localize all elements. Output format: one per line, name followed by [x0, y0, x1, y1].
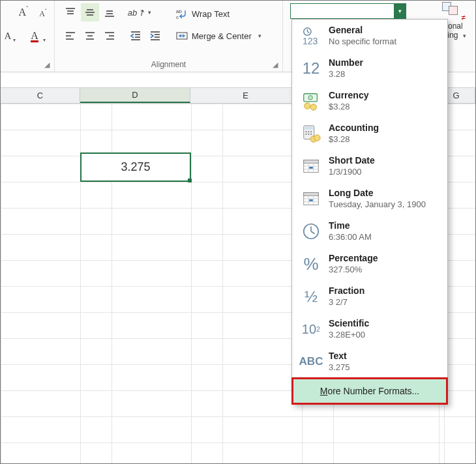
- font-color-dropdown[interactable]: ▾: [40, 31, 48, 49]
- svg-point-36: [305, 103, 310, 109]
- format-item-number[interactable]: 12 Number 3.28: [292, 52, 447, 85]
- svg-line-64: [311, 231, 315, 234]
- align-right-button[interactable]: [100, 27, 119, 45]
- svg-point-43: [305, 134, 306, 135]
- svg-rect-49: [304, 160, 319, 164]
- format-title: Short Date: [329, 155, 375, 167]
- svg-point-37: [310, 104, 316, 110]
- format-title: Number: [329, 57, 363, 69]
- svg-text:123: 123: [303, 36, 318, 46]
- format-sub: 3.275: [329, 362, 350, 373]
- ribbon-group-font: Aˆ Aˇ A ▾ A ▾ ◢: [3, 1, 55, 72]
- format-title: Fraction: [329, 285, 364, 297]
- conditional-formatting-icon: ≠: [442, 2, 463, 20]
- svg-point-40: [305, 131, 306, 132]
- format-item-long-date[interactable]: Long Date Tuesday, January 3, 1900: [292, 182, 447, 215]
- text-icon: ABC: [301, 352, 321, 371]
- increase-font-size-button[interactable]: Aˆ: [14, 3, 33, 22]
- align-left-button[interactable]: [61, 27, 80, 45]
- svg-rect-56: [304, 193, 319, 196]
- svg-rect-61: [309, 199, 313, 201]
- svg-line-32: [307, 31, 309, 33]
- ribbon-group-alignment: ab↗▾ abc Wrap Text Merge & Center ▾ Alig…: [55, 1, 283, 72]
- format-item-short-date[interactable]: Short Date 1/3/1900: [292, 150, 447, 182]
- merge-center-button[interactable]: Merge & Center ▾: [172, 27, 265, 45]
- align-bottom-button[interactable]: [100, 3, 119, 22]
- column-header-c[interactable]: C: [1, 88, 80, 103]
- align-middle-button[interactable]: [81, 3, 99, 22]
- column-header-d[interactable]: D: [80, 88, 191, 103]
- format-title: Long Date: [329, 188, 426, 199]
- decrease-font-size-button[interactable]: Aˇ: [34, 5, 52, 23]
- format-item-scientific[interactable]: 102 Scientific 3.28E+00: [292, 313, 447, 345]
- format-sub: No specific format: [329, 36, 396, 47]
- format-sub: $3.28: [329, 134, 379, 145]
- svg-text:c: c: [176, 14, 179, 20]
- more-number-formats-label: ore Number Formats...: [327, 386, 419, 396]
- scientific-icon: 102: [301, 319, 321, 339]
- format-item-time[interactable]: Time 6:36:00 AM: [292, 215, 447, 248]
- time-icon: [301, 222, 321, 241]
- format-sub: 1/3/1900: [329, 167, 375, 177]
- svg-point-42: [310, 131, 312, 132]
- format-sub: 3 2/7: [329, 297, 364, 308]
- svg-point-45: [310, 134, 312, 135]
- number-icon: 12: [301, 59, 321, 78]
- svg-rect-54: [309, 167, 313, 169]
- column-header-e[interactable]: E: [190, 88, 301, 103]
- merge-center-label: Merge & Center: [192, 31, 252, 41]
- active-cell-value: 3.275: [121, 160, 150, 174]
- cell-styles-dropdown[interactable]: ▾: [10, 31, 18, 49]
- format-sub: $3.28: [329, 102, 368, 112]
- wrap-text-button[interactable]: abc Wrap Text: [172, 5, 233, 23]
- svg-rect-39: [305, 127, 313, 130]
- fraction-icon: ½: [301, 287, 321, 306]
- svg-point-47: [314, 135, 320, 141]
- alignment-group-label: Alignment: [55, 60, 282, 69]
- format-sub: 3.28: [329, 69, 363, 80]
- long-date-icon: [301, 189, 321, 209]
- more-number-formats-prefix: M: [320, 386, 328, 396]
- format-title: Currency: [329, 90, 368, 102]
- svg-point-41: [308, 131, 309, 132]
- wrap-text-label: Wrap Text: [192, 9, 230, 19]
- format-item-general[interactable]: 123 General No specific format: [292, 20, 447, 52]
- format-item-fraction[interactable]: ½ Fraction 3 2/7: [292, 280, 447, 313]
- currency-icon: [301, 91, 321, 111]
- number-format-combo[interactable]: ▾: [290, 3, 406, 19]
- svg-point-35: [308, 96, 313, 100]
- format-title: Time: [329, 220, 372, 232]
- percentage-icon: %: [301, 254, 321, 274]
- alignment-dialog-launcher-icon[interactable]: ◢: [273, 61, 280, 68]
- format-sub: 3.28E+00: [329, 330, 369, 340]
- font-dialog-launcher-icon[interactable]: ◢: [44, 61, 52, 68]
- more-number-formats-button[interactable]: More Number Formats...: [291, 377, 448, 405]
- svg-point-44: [308, 134, 309, 135]
- format-item-accounting[interactable]: Accounting $3.28: [292, 117, 447, 150]
- format-title: Text: [329, 351, 350, 362]
- format-item-text[interactable]: ABC Text 3.275: [292, 345, 447, 378]
- format-title: Accounting: [329, 123, 379, 134]
- orientation-button[interactable]: ab↗▾: [126, 3, 153, 22]
- short-date-icon: [301, 156, 321, 176]
- format-sub: 6:36:00 AM: [329, 232, 372, 242]
- format-title: Percentage: [329, 253, 378, 265]
- merge-center-dropdown[interactable]: ▾: [258, 33, 261, 39]
- format-item-percentage[interactable]: % Percentage 327.50%: [292, 248, 447, 280]
- general-icon: 123: [301, 26, 321, 46]
- accounting-icon: [301, 124, 321, 143]
- number-format-combo-input[interactable]: [291, 4, 394, 18]
- format-title: Scientific: [329, 318, 369, 330]
- svg-text:ab: ab: [176, 8, 182, 14]
- format-title: General: [329, 25, 396, 36]
- format-sub: Tuesday, January 3, 1900: [329, 199, 426, 210]
- align-top-button[interactable]: [61, 3, 80, 22]
- decrease-indent-button[interactable]: [126, 27, 145, 45]
- number-format-combo-button[interactable]: ▾: [394, 4, 406, 18]
- align-center-button[interactable]: [81, 27, 99, 45]
- format-sub: 327.50%: [329, 265, 378, 275]
- active-cell-d3[interactable]: 3.275: [80, 152, 191, 182]
- number-format-panel: 123 General No specific format 12 Number…: [291, 19, 448, 405]
- increase-indent-button[interactable]: [146, 27, 164, 45]
- format-item-currency[interactable]: Currency $3.28: [292, 85, 447, 117]
